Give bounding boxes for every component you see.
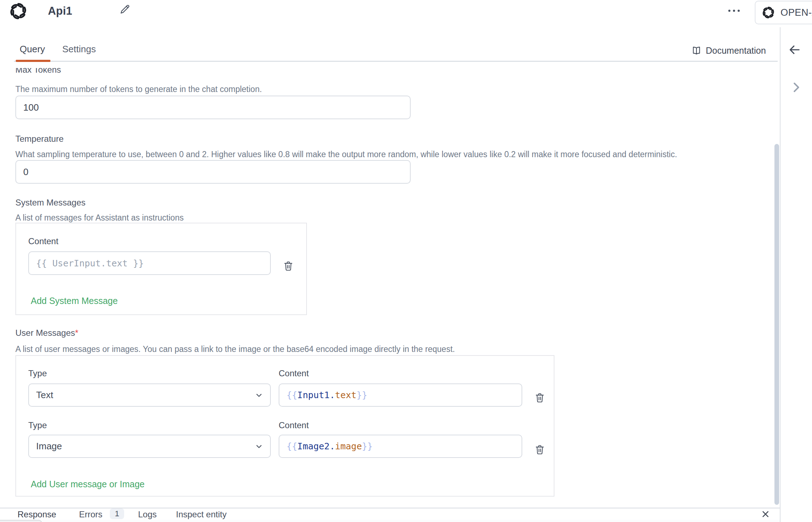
datasource-button-label: OPEN-A bbox=[781, 7, 812, 18]
temperature-description: What sampling temperature to use, betwee… bbox=[15, 150, 770, 159]
trash-icon bbox=[534, 392, 546, 403]
bottom-tab-inspect-entity[interactable]: Inspect entity bbox=[176, 509, 226, 519]
user-message-content-label: Content bbox=[279, 420, 309, 430]
documentation-label: Documentation bbox=[706, 45, 766, 56]
add-system-message-link[interactable]: Add System Message bbox=[31, 296, 118, 306]
user-message-content-input[interactable]: {{Input1.text}} bbox=[279, 383, 522, 407]
bottom-tab-response[interactable]: Response bbox=[18, 509, 56, 519]
pencil-icon bbox=[119, 4, 131, 15]
system-messages-description: A list of messages for Assistant as inst… bbox=[15, 213, 184, 223]
trash-icon bbox=[283, 260, 294, 272]
user-messages-description: A list of user messages or images. You c… bbox=[15, 344, 770, 354]
query-form-scroll-area: Max Tokens The maximum number of tokens … bbox=[0, 68, 780, 508]
user-message-type-select[interactable]: Image bbox=[28, 435, 271, 458]
close-icon bbox=[760, 509, 771, 519]
ellipsis-icon bbox=[726, 5, 742, 16]
tabs-divider bbox=[14, 61, 778, 62]
book-icon bbox=[691, 45, 701, 55]
errors-count-badge[interactable]: 1 bbox=[110, 508, 124, 519]
user-message-type-select[interactable]: Text bbox=[28, 383, 271, 407]
documentation-link[interactable]: Documentation bbox=[691, 44, 766, 57]
system-messages-group: Content Add System Message bbox=[15, 223, 307, 315]
datasource-button[interactable]: OPEN-A bbox=[755, 1, 812, 24]
system-message-content-label: Content bbox=[28, 236, 58, 246]
user-message-content-label: Content bbox=[279, 368, 309, 378]
bottom-panel-bar: Response Errors 1 Logs Inspect entity bbox=[0, 508, 780, 520]
active-tab-indicator bbox=[16, 60, 50, 62]
collapse-panel-button[interactable] bbox=[790, 81, 803, 94]
arrow-left-icon bbox=[788, 43, 801, 57]
delete-system-message-button[interactable] bbox=[283, 260, 294, 272]
right-panel-divider bbox=[780, 27, 781, 522]
user-message-type-label: Type bbox=[28, 420, 47, 430]
bottom-tab-errors[interactable]: Errors bbox=[79, 509, 102, 519]
user-messages-group: Type Content Text {{Input1.text}} bbox=[15, 355, 554, 497]
openai-logo-small bbox=[762, 6, 775, 19]
back-button[interactable] bbox=[788, 43, 801, 57]
temperature-label: Temperature bbox=[15, 134, 64, 144]
delete-user-message-button[interactable] bbox=[534, 444, 546, 455]
partial-button[interactable] bbox=[0, 520, 42, 522]
system-message-content-input[interactable] bbox=[28, 251, 271, 275]
bottom-tab-logs[interactable]: Logs bbox=[138, 509, 157, 519]
edit-title-button[interactable] bbox=[119, 4, 131, 15]
tab-settings[interactable]: Settings bbox=[62, 44, 96, 55]
max-tokens-description: The maximum number of tokens to generate… bbox=[15, 84, 262, 94]
response-panel-edge bbox=[0, 520, 780, 522]
trash-icon bbox=[534, 444, 546, 455]
close-panel-button[interactable] bbox=[760, 509, 771, 519]
delete-user-message-button[interactable] bbox=[534, 392, 546, 403]
tab-query[interactable]: Query bbox=[20, 44, 45, 55]
chevron-down-icon bbox=[254, 391, 264, 400]
scrollbar-thumb[interactable] bbox=[774, 144, 779, 505]
temperature-input[interactable] bbox=[15, 160, 411, 184]
more-menu-button[interactable] bbox=[726, 5, 742, 16]
max-tokens-input[interactable] bbox=[15, 96, 411, 119]
system-messages-label: System Messages bbox=[15, 198, 85, 208]
user-messages-label: User Messages* bbox=[15, 328, 78, 338]
max-tokens-label: Max Tokens bbox=[15, 68, 61, 75]
add-user-message-link[interactable]: Add User message or Image bbox=[31, 479, 145, 489]
chevron-down-icon bbox=[254, 442, 264, 451]
app-window: Api1 bbox=[0, 0, 812, 522]
page-title: Api1 bbox=[48, 5, 72, 18]
chevron-right-icon bbox=[790, 81, 803, 94]
openai-logo bbox=[9, 1, 27, 21]
user-message-content-input[interactable]: {{Image2.image}} bbox=[279, 435, 522, 458]
required-asterisk: * bbox=[75, 328, 78, 338]
user-message-type-label: Type bbox=[28, 368, 47, 378]
